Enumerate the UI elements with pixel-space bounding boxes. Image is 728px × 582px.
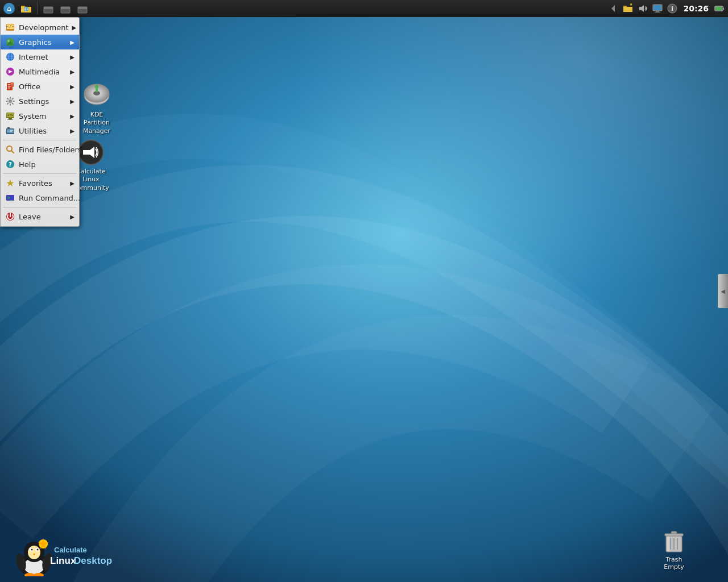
- menu-item-favorites-label: Favorites: [19, 179, 52, 188]
- kde-partition-manager-icon: [83, 82, 110, 109]
- run-icon: >_: [5, 193, 15, 203]
- menu-item-leave[interactable]: Leave ▶: [1, 209, 79, 224]
- menu-item-find-label: Find Files/Folders: [19, 146, 82, 154]
- menu-separator-2: [3, 173, 77, 174]
- taskbar-battery-icon: [713, 2, 726, 15]
- find-icon: [5, 144, 15, 155]
- desktop-icon-kde-partition-manager[interactable]: KDE PartitionManager: [74, 80, 119, 138]
- taskbar-display-icon[interactable]: [651, 2, 664, 15]
- svg-line-94: [11, 151, 14, 153]
- svg-rect-53: [656, 11, 659, 12]
- app-menu: </> Development ▶ Graphics ▶: [0, 17, 80, 227]
- internet-icon: [5, 52, 15, 62]
- svg-rect-77: [8, 88, 10, 89]
- menu-separator-1: [3, 140, 77, 140]
- multimedia-icon: [5, 66, 15, 77]
- svg-point-81: [9, 99, 12, 103]
- favorites-icon: [5, 178, 15, 188]
- office-icon: [5, 81, 15, 92]
- svg-text:Linux: Linux: [50, 555, 76, 566]
- taskbar-volume-icon[interactable]: [636, 2, 649, 15]
- leave-submenu-arrow: ▶: [70, 214, 75, 220]
- kde-partition-manager-label: KDE PartitionManager: [76, 110, 117, 136]
- menu-item-run[interactable]: >_ Run Command...: [1, 190, 79, 205]
- menu-item-development[interactable]: </> Development ▶: [1, 20, 79, 35]
- svg-rect-54: [655, 12, 660, 13]
- svg-text:SYS: SYS: [7, 113, 13, 117]
- system-icon: SYS: [5, 111, 15, 121]
- svg-rect-90: [10, 130, 13, 131]
- menu-item-find[interactable]: Find Files/Folders: [1, 142, 79, 157]
- taskbar-right: i 20:26: [607, 2, 728, 15]
- menu-item-office[interactable]: Office ▶: [1, 79, 79, 94]
- menu-item-favorites[interactable]: Favorites ▶: [1, 176, 79, 190]
- svg-rect-80: [11, 85, 13, 85]
- svg-text:Desktop: Desktop: [74, 555, 112, 566]
- settings-icon: [5, 96, 15, 106]
- home-button[interactable]: ⌂: [1, 1, 17, 16]
- svg-rect-84: [9, 118, 12, 119]
- desktop-logo: Calculate Linux Desktop: [11, 531, 125, 576]
- svg-rect-59: [723, 8, 724, 10]
- svg-rect-45: [61, 7, 70, 9]
- svg-marker-97: [7, 180, 14, 186]
- taskbar-top: ⌂: [0, 0, 728, 17]
- svg-marker-50: [639, 5, 644, 12]
- menu-item-graphics[interactable]: Graphics ▶: [1, 35, 79, 49]
- window-button-2[interactable]: [57, 1, 73, 16]
- development-submenu-arrow: ▶: [72, 24, 77, 31]
- side-panel-toggle-button[interactable]: [718, 274, 728, 308]
- menu-item-settings-label: Settings: [19, 97, 49, 106]
- svg-text:>_: >_: [7, 196, 13, 201]
- menu-item-office-label: Office: [19, 82, 40, 91]
- clock[interactable]: 20:26: [681, 4, 711, 13]
- menu-item-multimedia[interactable]: Multimedia ▶: [1, 64, 79, 79]
- menu-item-internet[interactable]: Internet ▶: [1, 49, 79, 64]
- system-submenu-arrow: ▶: [70, 113, 75, 119]
- svg-rect-16: [665, 534, 683, 536]
- menu-separator-3: [3, 207, 77, 207]
- office-submenu-arrow: ▶: [70, 84, 75, 90]
- svg-rect-52: [653, 5, 661, 10]
- taskbar-info-icon[interactable]: i: [666, 2, 679, 15]
- file-manager-button[interactable]: [18, 1, 34, 16]
- svg-rect-43: [44, 7, 53, 9]
- svg-text:?: ?: [9, 161, 12, 168]
- svg-point-26: [37, 549, 39, 551]
- svg-rect-18: [667, 537, 669, 551]
- svg-rect-89: [7, 127, 10, 128]
- settings-submenu-arrow: ▶: [70, 98, 75, 105]
- menu-item-system-label: System: [19, 112, 46, 120]
- favorites-submenu-arrow: ▶: [70, 180, 75, 186]
- svg-rect-91: [10, 131, 12, 132]
- trash-icon-image: [660, 527, 688, 556]
- desktop: KDE PartitionManager Calculate LinuxComm…: [0, 0, 728, 582]
- svg-text:⌂: ⌂: [7, 5, 11, 13]
- svg-rect-17: [671, 531, 677, 534]
- svg-point-22: [28, 546, 40, 559]
- menu-item-settings[interactable]: Settings ▶: [1, 94, 79, 109]
- internet-submenu-arrow: ▶: [70, 54, 75, 60]
- svg-marker-49: [630, 3, 633, 6]
- taskbar-folder-icon[interactable]: [622, 2, 634, 15]
- window-button-3[interactable]: [75, 1, 90, 16]
- arrow-left-taskbar-icon[interactable]: [607, 2, 619, 15]
- menu-item-utilities[interactable]: Utilities ▶: [1, 123, 79, 138]
- svg-rect-47: [78, 7, 87, 9]
- menu-item-graphics-label: Graphics: [19, 38, 51, 47]
- menu-item-run-label: Run Command...: [19, 194, 80, 202]
- help-icon: ?: [5, 159, 15, 169]
- trash-sublabel: Empty: [664, 563, 684, 571]
- window-button-1[interactable]: [40, 1, 56, 16]
- trash-icon[interactable]: Trash Empty: [654, 527, 694, 571]
- menu-item-utilities-label: Utilities: [19, 127, 47, 135]
- utilities-icon: [5, 126, 15, 136]
- svg-rect-11: [83, 150, 85, 155]
- menu-item-help[interactable]: ? Help: [1, 157, 79, 172]
- utilities-submenu-arrow: ▶: [70, 128, 75, 134]
- svg-point-64: [7, 40, 10, 42]
- svg-rect-58: [715, 7, 722, 10]
- menu-item-system[interactable]: SYS System ▶: [1, 109, 79, 123]
- svg-text:</>: </>: [7, 24, 14, 29]
- menu-item-internet-label: Internet: [19, 53, 48, 61]
